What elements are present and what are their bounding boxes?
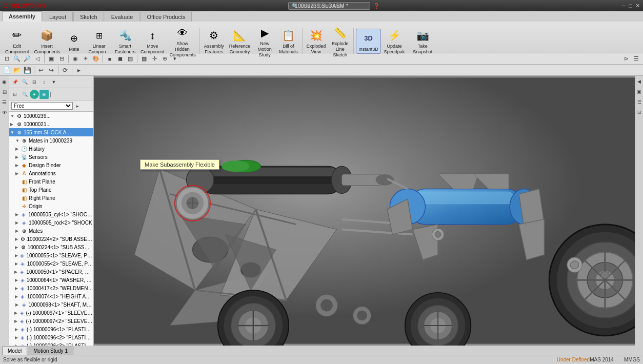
window-controls[interactable]: ─ □ ✕: [622, 3, 640, 9]
pin-button[interactable]: 📌: [10, 77, 19, 87]
redo-button[interactable]: ↪: [47, 66, 56, 75]
assembly-features-button[interactable]: ⚙ AssemblyFeatures: [202, 26, 226, 56]
linear-component-button[interactable]: ⊞ LinearCompon...: [87, 26, 112, 56]
tree-item-front-plane[interactable]: ▶ ◧ Front Plane: [9, 177, 93, 186]
tree-item-origin[interactable]: ▶ ✛ Origin: [9, 202, 93, 210]
tree-item-washer1[interactable]: ▶ ◈ 10000064<1> "WASHER, 1 x S...: [9, 276, 93, 284]
features-tab-icon[interactable]: ◉: [0, 77, 9, 86]
tree-item-sub2[interactable]: ▶ ⚙ 10000224<1> "SUB ASSMBLY: [9, 243, 93, 251]
tree-item-rod1[interactable]: ▶ ◈ 10000505_rod<2> "SHOCK: [9, 218, 93, 227]
collapse-button[interactable]: ⊟: [30, 77, 39, 87]
tree-item-plastic1[interactable]: ▶ ◈ (-) 10000096<1> "PLASTIC SP...: [9, 325, 93, 333]
explode-line-sketch-button[interactable]: 📏 ExplodeLineSketch: [329, 24, 351, 58]
tree-item-height1[interactable]: ▶ ◈ 10000074<1> "HEIGHT ADJU...: [9, 292, 93, 300]
tree-item-sub1[interactable]: ▶ ⚙ 10000224<2> "SUB ASSEMBLY: [9, 235, 93, 243]
tree-item-design-binder[interactable]: ▶ ◆ Design Binder: [9, 161, 93, 169]
view-more-button[interactable]: ▾: [170, 54, 179, 64]
previous-view-button[interactable]: ◁: [33, 54, 42, 64]
insert-components-button[interactable]: 📦 InsertComponents: [32, 26, 62, 56]
smart-fasteners-button[interactable]: 🔩 SmartFasteners: [113, 26, 137, 56]
tree-item-sleeve1[interactable]: ▶ ◈ 10000055<1> "SLEAVE, PIVOT...: [9, 251, 93, 259]
open-button[interactable]: 📂: [12, 66, 22, 75]
tree-item-plastic3[interactable]: ▶ ◈ (-) 10000096<3> "PLASTIC SP...: [9, 341, 93, 346]
zoom-fit-tree-button[interactable]: ⊡: [10, 90, 19, 99]
right-panel-icon2[interactable]: ☰: [635, 97, 644, 107]
subassembly-flexible-button[interactable]: ⊕: [39, 90, 49, 99]
new-motion-study-button[interactable]: ▶ NewMotionStudy: [253, 24, 276, 58]
view-axes-button[interactable]: ✛: [150, 54, 159, 64]
filter-button[interactable]: ▼: [49, 77, 58, 87]
wireframe-button[interactable]: ▤: [126, 54, 135, 64]
rebuild-button[interactable]: ⟳: [61, 66, 70, 75]
tree-item-top-plane[interactable]: ▶ ◧ Top Plane: [9, 186, 93, 194]
zoom-in-button[interactable]: 🔍: [12, 54, 22, 64]
zoom-to-fit-button[interactable]: ⊡: [2, 54, 11, 64]
tree-item-sleeve2[interactable]: ▶ ◈ 10000055<2> "SLEAVE, PIVOT: [9, 259, 93, 268]
tree-item-sleeve-shc1[interactable]: ▶ ◈ (-) 10000097<1> "SLEEVE, SHC...: [9, 309, 93, 317]
view-origins-button[interactable]: ⊕: [160, 54, 169, 64]
color-tree-button[interactable]: ●: [30, 90, 39, 99]
display-style-button[interactable]: ■: [105, 54, 114, 64]
expand-button[interactable]: ▸: [73, 102, 82, 111]
config-tab-icon[interactable]: ☰: [0, 97, 9, 107]
shaded-button[interactable]: ◼: [115, 54, 125, 64]
tree-item-plastic2[interactable]: ▶ ◈ (-) 10000096<2> "PLASTIC SP...: [9, 333, 93, 341]
view-planes-button[interactable]: ▦: [139, 54, 149, 64]
tree-item-shock[interactable]: ▼ ⚙ 165 mm SHOCK A...: [9, 128, 93, 136]
undo-button[interactable]: ↩: [36, 66, 46, 75]
tree-item-mates[interactable]: ▼ ⊕ Mates in 10000239: [9, 136, 93, 145]
right-panel-expand[interactable]: ◀: [635, 77, 644, 86]
tree-item-cyl1[interactable]: ▶ ◈ 10000505_cyl<1> "SHOCK...: [9, 210, 93, 218]
tab-layout[interactable]: Layout: [43, 12, 73, 22]
show-hidden-components-button[interactable]: 👁 ShowHiddenComponents: [168, 24, 197, 58]
mate-button[interactable]: ⊕ Mate: [63, 29, 86, 53]
appearance-button[interactable]: ◉: [71, 54, 80, 64]
display-tab-icon[interactable]: 👁: [0, 108, 9, 117]
tree-item-annotations[interactable]: ▶ A Annotations: [9, 169, 93, 177]
tree-item-root1[interactable]: ▼ ⚙ 10000239...: [9, 112, 93, 120]
tree-item-weld1[interactable]: ▶ ◈ 10000417<2> "WELDMENT, B...: [9, 284, 93, 292]
search-tree-button[interactable]: 🔍: [20, 77, 29, 87]
scroll-selected-button[interactable]: ↕: [39, 77, 49, 87]
instant3d-button[interactable]: 3D Instant3D: [356, 29, 381, 54]
motion-study-tab[interactable]: Motion Study 1: [28, 347, 73, 355]
maximize-button[interactable]: □: [629, 3, 632, 9]
tree-item-sleeve-shc2[interactable]: ▶ ◈ (-) 10000097<2> "SLEEVE, SHC...: [9, 317, 93, 325]
reference-geometry-button[interactable]: 📐 ReferenceGeometry: [227, 26, 253, 56]
tree-item-shaft1[interactable]: ▶ ◈ 10000098<1> "SHAFT, MA...: [9, 300, 93, 309]
new-button[interactable]: 📄: [2, 66, 11, 75]
edit-component-button[interactable]: ✏ EditComponent: [3, 26, 31, 56]
exploded-view-button[interactable]: 💥 ExplodedView: [305, 26, 328, 56]
right-panel-icon1[interactable]: ▣: [635, 87, 644, 96]
move-dropdown[interactable]: Free Mates Collision Physical Dynamics: [11, 102, 73, 110]
move-component-button[interactable]: ↕ MoveComponent: [138, 26, 167, 56]
update-speedpak-button[interactable]: ⚡ UpdateSpeedpak: [382, 26, 407, 56]
tab-evaluate[interactable]: Evaluate: [105, 12, 140, 22]
right-panel-icon3[interactable]: ⊡: [635, 108, 644, 117]
tree-item-sensors[interactable]: ▶ 📡 Sensors: [9, 153, 93, 161]
tree-item-history[interactable]: ▶ 🕐 History: [9, 145, 93, 153]
minimize-button[interactable]: ─: [622, 3, 626, 9]
close-button[interactable]: ✕: [635, 3, 640, 9]
more-button[interactable]: ▸: [74, 66, 84, 75]
scene-button[interactable]: ☀: [81, 54, 90, 64]
tab-sketch[interactable]: Sketch: [73, 12, 104, 22]
tree-item-spacer1[interactable]: ▶ ◈ 10000050<1> "SPACER, REAR...: [9, 268, 93, 276]
viewport[interactable]: Make Subassembly Flexible: [94, 76, 635, 346]
section-view-button[interactable]: ▣: [47, 54, 56, 64]
tab-assembly[interactable]: Assembly: [2, 11, 42, 22]
tab-office-products[interactable]: Office Products: [140, 12, 192, 22]
view-settings-button[interactable]: ☰: [632, 54, 641, 64]
zoom-in-tree-button[interactable]: 🔍: [20, 90, 29, 99]
properties-tab-icon[interactable]: ⊟: [0, 87, 9, 96]
tree-item-root2[interactable]: ▶ ⚙ 10000021...: [9, 120, 93, 128]
normal-to-button[interactable]: ⊳: [621, 54, 631, 64]
zoom-out-button[interactable]: 🔎: [23, 54, 32, 64]
display-pane-button[interactable]: ⊟: [57, 54, 66, 64]
tree-item-right-plane[interactable]: ▶ ◧ Right Plane: [9, 194, 93, 202]
take-snapshot-button[interactable]: 📷 Take Snapshot: [408, 26, 437, 56]
decal-button[interactable]: 🎨: [91, 54, 101, 64]
model-tab[interactable]: Model: [2, 347, 27, 355]
bill-of-materials-button[interactable]: 📋 Bill ofMaterials: [277, 26, 300, 56]
save-button[interactable]: 💾: [23, 66, 32, 75]
